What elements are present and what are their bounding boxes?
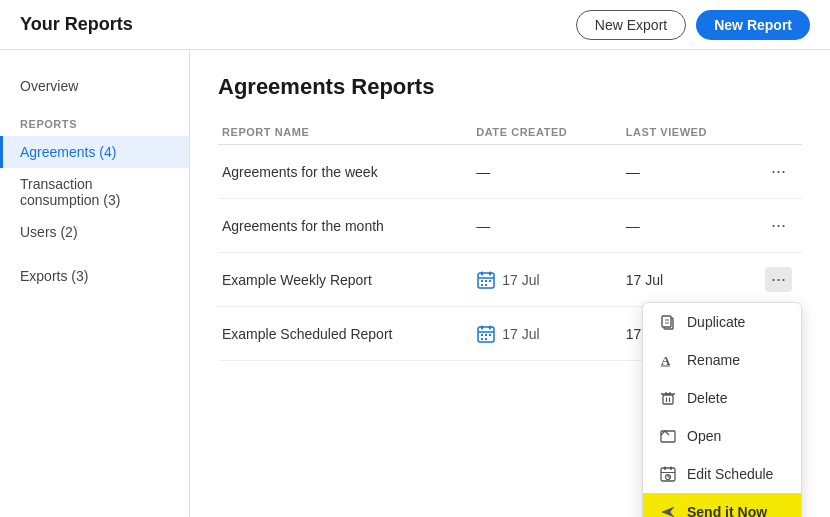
svg-rect-10 [481,325,483,329]
report-name: Example Weekly Report [218,253,466,307]
header-buttons: New Export New Report [576,10,810,40]
svg-rect-15 [481,338,483,340]
svg-rect-17 [489,334,491,336]
col-date-created: DATE CREATED [466,120,616,145]
header: Your Reports New Export New Report [0,0,830,50]
sidebar-item-exports[interactable]: Exports (3) [0,260,189,292]
date-created: — [466,145,616,199]
svg-rect-16 [485,338,487,340]
schedule-icon [659,465,677,483]
menu-item-duplicate[interactable]: Duplicate [643,303,801,341]
svg-rect-6 [481,284,483,286]
content-area: Agreements Reports REPORT NAME DATE CREA… [190,50,830,517]
row-actions: ··· [752,199,802,253]
svg-rect-5 [485,280,487,282]
svg-rect-2 [489,271,491,275]
last-viewed: 17 Jul [616,253,752,307]
svg-rect-33 [664,467,666,471]
open-icon [659,427,677,445]
svg-rect-14 [485,334,487,336]
table-row: Agreements for the week — — ··· [218,145,802,199]
svg-rect-34 [670,467,672,471]
svg-rect-11 [489,325,491,329]
menu-item-label: Send it Now [687,504,767,517]
menu-item-send-now[interactable]: Send it Now [643,493,801,517]
ellipsis-icon: ··· [771,269,786,290]
svg-rect-24 [663,395,673,404]
svg-rect-19 [662,316,671,327]
table-row: Agreements for the month — — ··· [218,199,802,253]
page-title: Your Reports [20,14,133,35]
date-created: 17 Jul [466,253,616,307]
new-report-button[interactable]: New Report [696,10,810,40]
sidebar: Overview REPORTS Agreements (4) Transact… [0,50,190,517]
more-options-button[interactable]: ··· [765,267,792,292]
menu-item-label: Open [687,428,721,444]
duplicate-icon [659,313,677,331]
ellipsis-icon: ··· [771,161,786,182]
main-layout: Overview REPORTS Agreements (4) Transact… [0,50,830,517]
sidebar-item-agreements[interactable]: Agreements (4) [0,136,189,168]
new-export-button[interactable]: New Export [576,10,686,40]
svg-rect-1 [481,271,483,275]
date-text: 17 Jul [502,272,539,288]
report-name: Example Scheduled Report [218,307,466,361]
content-title: Agreements Reports [218,74,802,100]
menu-item-open[interactable]: Open [643,417,801,455]
sidebar-item-transaction[interactable]: Transaction consumption (3) [0,168,189,216]
menu-item-label: Duplicate [687,314,745,330]
report-name: Agreements for the week [218,145,466,199]
menu-item-label: Delete [687,390,727,406]
date-created: 17 Jul [466,307,616,361]
menu-item-delete[interactable]: Delete [643,379,801,417]
rename-icon: A [659,351,677,369]
calendar-icon [476,324,496,344]
svg-rect-13 [481,334,483,336]
sidebar-reports-label: REPORTS [0,102,189,136]
calendar-icon [476,270,496,290]
more-options-button[interactable]: ··· [765,213,792,238]
svg-rect-7 [485,284,487,286]
last-viewed: — [616,199,752,253]
col-last-viewed: LAST VIEWED [616,120,752,145]
date-created: — [466,199,616,253]
sidebar-item-overview[interactable]: Overview [0,70,189,102]
row-actions: ··· [752,145,802,199]
svg-rect-4 [481,280,483,282]
context-menu: Duplicate A Rename [642,302,802,517]
row-actions: ··· [752,253,802,307]
menu-item-edit-schedule[interactable]: Edit Schedule [643,455,801,493]
menu-item-label: Edit Schedule [687,466,773,482]
more-options-button[interactable]: ··· [765,159,792,184]
col-report-name: REPORT NAME [218,120,466,145]
date-text: 17 Jul [502,326,539,342]
last-viewed: — [616,145,752,199]
ellipsis-icon: ··· [771,215,786,236]
menu-item-label: Rename [687,352,740,368]
sidebar-item-users[interactable]: Users (2) [0,216,189,248]
menu-item-rename[interactable]: A Rename [643,341,801,379]
table-row: Example Weekly Report [218,253,802,307]
svg-rect-8 [489,280,491,282]
delete-icon [659,389,677,407]
send-icon [659,503,677,517]
col-actions [752,120,802,145]
report-name: Agreements for the month [218,199,466,253]
